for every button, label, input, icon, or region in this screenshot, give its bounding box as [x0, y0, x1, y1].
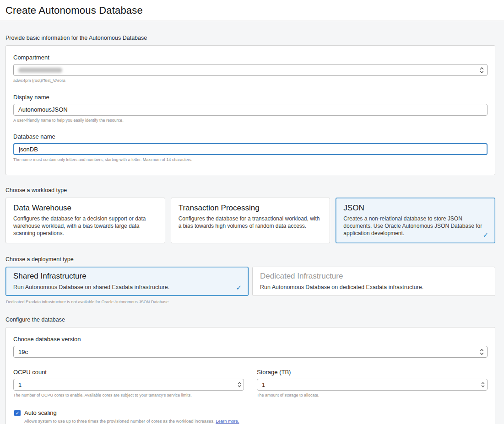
select-chevrons-icon — [480, 349, 484, 355]
auto-scaling-text: Auto scaling Allows system to use up to … — [24, 409, 239, 424]
ocpu-label: OCPU count — [13, 369, 244, 376]
workload-card-transaction-processing[interactable]: Transaction Processing Configures the da… — [171, 198, 331, 243]
redacted-compartment-value — [18, 68, 62, 73]
page-title: Create Autonomous Database — [5, 5, 143, 16]
page-header: Create Autonomous Database — [0, 0, 504, 21]
selected-check-icon: ✓ — [482, 231, 488, 239]
compartment-select[interactable] — [13, 64, 488, 76]
selected-check-icon: ✓ — [236, 284, 242, 292]
deployment-card-dedicated: Dedicated Infrastructure Run Autonomous … — [252, 267, 495, 296]
capacity-row: OCPU count The number of OCPU cores to e… — [13, 369, 488, 398]
auto-scaling-checkbox[interactable]: ✓ — [14, 410, 21, 416]
display-name-label: Display name — [13, 94, 488, 101]
workload-card-title: JSON — [343, 204, 488, 213]
workload-section-label: Choose a workload type — [5, 187, 495, 193]
workload-card-title: Data Warehouse — [13, 204, 157, 213]
auto-scaling-helper: Allows system to use up to three times t… — [24, 419, 239, 424]
deployment-card-description: Run Autonomous Database on dedicated Exa… — [260, 284, 488, 291]
deployment-section-label: Choose a deployment type — [5, 256, 495, 263]
deployment-card-shared[interactable]: Shared Infrastructure Run Autonomous Dat… — [5, 267, 249, 296]
storage-helper: The amount of storage to allocate. — [257, 393, 488, 398]
deployment-helper: Dedicated Exadata infrastructure is not … — [6, 300, 495, 304]
storage-field: Storage (TB) The amount of storage to al… — [257, 369, 488, 398]
ocpu-stepper-icon[interactable] — [238, 382, 241, 388]
deployment-section: Choose a deployment type Shared Infrastr… — [5, 256, 495, 305]
database-version-field: Choose database version 19c — [13, 336, 488, 358]
database-name-helper: The name must contain only letters and n… — [13, 157, 488, 163]
database-name-input[interactable] — [13, 143, 488, 155]
deployment-options: Shared Infrastructure Run Autonomous Dat… — [5, 267, 495, 296]
deployment-card-title: Shared Infrastructure — [13, 272, 241, 281]
auto-scaling-label: Auto scaling — [24, 409, 239, 416]
compartment-field: Compartment adwc4pm (root)/Test_VArora — [13, 54, 488, 84]
ocpu-helper: The number of OCPU cores to enable. Avai… — [13, 393, 244, 398]
select-chevrons-icon — [480, 67, 484, 74]
learn-more-link[interactable]: Learn more. — [216, 419, 239, 424]
database-version-label: Choose database version — [13, 336, 488, 343]
database-name-label: Database name — [13, 133, 488, 140]
storage-stepper-icon[interactable] — [481, 382, 485, 388]
workload-card-description: Configures the database for a decision s… — [13, 215, 157, 237]
display-name-field: Display name A user-friendly name to hel… — [13, 94, 488, 123]
workload-card-description: Configures the database for a transactio… — [179, 215, 323, 230]
auto-scaling-row: ✓ Auto scaling Allows system to use up t… — [14, 409, 488, 424]
display-name-helper: A user-friendly name to help you easily … — [13, 118, 488, 123]
configure-card: Choose database version 19c OCPU count T… — [5, 327, 495, 424]
ocpu-field: OCPU count The number of OCPU cores to e… — [13, 369, 244, 398]
basic-info-section-label: Provide basic information for the Autono… — [5, 35, 495, 41]
deployment-card-description: Run Autonomous Database on shared Exadat… — [13, 284, 241, 291]
workload-card-description: Creates a non-relational database to sto… — [343, 215, 488, 237]
configure-section-label: Configure the database — [5, 317, 495, 323]
basic-info-card: Compartment adwc4pm (root)/Test_VArora D… — [5, 45, 495, 175]
database-name-field: Database name The name must contain only… — [13, 133, 488, 163]
display-name-input[interactable] — [13, 104, 488, 116]
create-adb-form: Provide basic information for the Autono… — [0, 21, 504, 424]
workload-options: Data Warehouse Configures the database f… — [5, 198, 495, 243]
storage-label: Storage (TB) — [257, 369, 488, 376]
workload-card-data-warehouse[interactable]: Data Warehouse Configures the database f… — [5, 198, 165, 243]
workload-card-json[interactable]: JSON Creates a non-relational database t… — [336, 198, 495, 243]
storage-input[interactable] — [257, 379, 488, 391]
ocpu-count-input[interactable] — [13, 379, 244, 391]
workload-card-title: Transaction Processing — [179, 204, 323, 213]
checkbox-check-icon: ✓ — [15, 410, 19, 416]
deployment-card-title: Dedicated Infrastructure — [260, 272, 488, 281]
compartment-label: Compartment — [13, 54, 488, 61]
database-version-select[interactable]: 19c — [13, 346, 488, 358]
database-version-value: 19c — [18, 349, 28, 355]
compartment-helper: adwc4pm (root)/Test_VArora — [13, 78, 488, 84]
